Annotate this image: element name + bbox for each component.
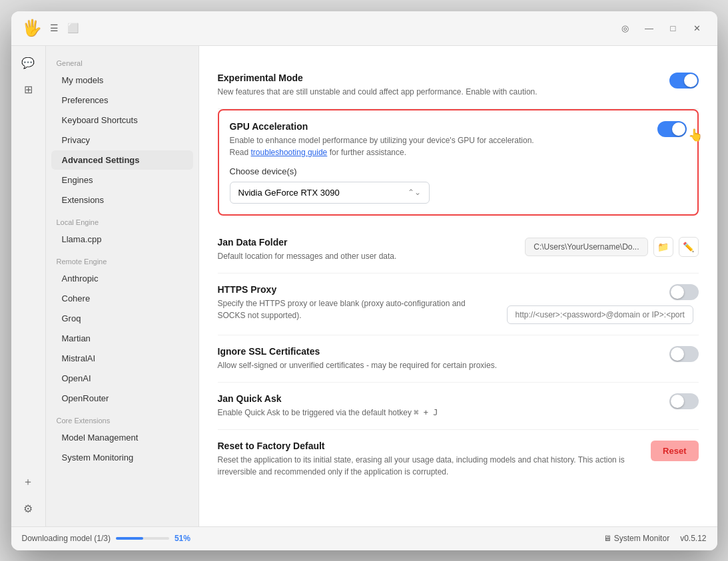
experimental-mode-desc: New features that are still unstable and…	[218, 86, 656, 98]
device-select-value: Nvidia GeForce RTX 3090	[238, 188, 340, 198]
sidebar-item-engines[interactable]: Engines	[51, 170, 193, 190]
jan-data-folder-title: Jan Data Folder	[218, 237, 512, 248]
sidebar-item-system-monitoring[interactable]: System Monitoring	[51, 448, 193, 467]
https-proxy-info: HTTPS Proxy Specify the HTTPS proxy or l…	[218, 284, 507, 321]
experimental-mode-toggle[interactable]	[669, 73, 699, 89]
sidebar-item-anthropic[interactable]: Anthropic	[51, 269, 193, 288]
add-icon[interactable]: ＋	[16, 470, 40, 494]
menu-icon[interactable]: ☰	[49, 22, 61, 34]
open-folder-button[interactable]: 📁	[653, 237, 673, 257]
gpu-acceleration-info: GPU Acceleration Enable to enhance model…	[230, 121, 657, 158]
jan-quick-ask-toggle-knob	[671, 395, 684, 408]
sidebar-item-mistralai[interactable]: MistralAI	[51, 349, 193, 368]
progress-bar	[116, 537, 169, 540]
https-proxy-row: HTTPS Proxy Specify the HTTPS proxy or l…	[218, 274, 699, 335]
palette-icon[interactable]: ◎	[616, 19, 635, 37]
reset-factory-desc: Reset the application to its initial sta…	[218, 454, 638, 478]
monitor-icon: 🖥	[603, 534, 611, 543]
https-proxy-toggle-knob	[671, 285, 684, 299]
jan-data-folder-desc: Default location for messages and other …	[218, 250, 512, 262]
left-icon-strip: 💬 ⊞ ＋ ⚙	[11, 46, 46, 526]
system-monitor-link[interactable]: 🖥 System Monitor	[603, 534, 669, 543]
sidebar-item-privacy[interactable]: Privacy	[51, 130, 193, 150]
sidebar-item-llama-cpp[interactable]: Llama.cpp	[51, 230, 193, 249]
progress-percent: 51%	[175, 534, 190, 543]
app-logo-icon: 🖐️	[22, 19, 42, 37]
choose-device-label: Choose device(s)	[230, 166, 687, 176]
reset-factory-control: Reset	[651, 441, 698, 461]
local-engine-section-label: Local Engine	[46, 210, 198, 229]
https-proxy-toggle[interactable]	[669, 284, 699, 300]
grid-icon[interactable]: ⊞	[16, 78, 40, 102]
app-window: 🖐️ ☰ ⬜ ◎ — □ ✕ 💬 ⊞ ＋ ⚙ General My	[11, 11, 717, 550]
sidebar-item-keyboard-shortcuts[interactable]: Keyboard Shortcuts	[51, 110, 193, 130]
jan-quick-ask-desc: Enable Quick Ask to be triggered via the…	[218, 407, 656, 419]
progress-bar-fill	[116, 537, 143, 540]
core-extensions-section-label: Core Extensions	[46, 409, 198, 427]
jan-data-folder-info: Jan Data Folder Default location for mes…	[218, 237, 526, 262]
sidebar-item-extensions[interactable]: Extensions	[51, 190, 193, 210]
jan-quick-ask-toggle[interactable]	[669, 393, 699, 409]
settings-icon[interactable]: ⚙	[16, 497, 40, 521]
jan-quick-ask-info: Jan Quick Ask Enable Quick Ask to be tri…	[218, 393, 669, 419]
sidebar-item-my-models[interactable]: My models	[51, 71, 193, 90]
reset-factory-button[interactable]: Reset	[651, 441, 698, 461]
https-proxy-title: HTTPS Proxy	[218, 284, 494, 295]
choose-device-section: Choose device(s) Nvidia GeForce RTX 3090…	[230, 166, 687, 204]
gpu-header-row: GPU Acceleration Enable to enhance model…	[230, 121, 687, 158]
general-section-label: General	[46, 51, 198, 70]
ignore-ssl-title: Ignore SSL Certificates	[218, 346, 656, 357]
gpu-acceleration-desc: Enable to enhance model performance by u…	[230, 134, 644, 158]
jan-data-folder-control: C:\Users\YourUsername\Do... 📁 ✏️	[525, 237, 698, 257]
sidebar-item-groq[interactable]: Groq	[51, 309, 193, 328]
version-label: v0.5.12	[680, 534, 706, 543]
back-icon[interactable]: ⬜	[67, 22, 79, 34]
jan-data-folder-row: Jan Data Folder Default location for mes…	[218, 226, 699, 274]
reset-factory-info: Reset to Factory Default Reset the appli…	[218, 441, 651, 478]
statusbar-right: 🖥 System Monitor v0.5.12	[603, 534, 707, 543]
experimental-mode-info: Experimental Mode New features that are …	[218, 73, 669, 98]
ignore-ssl-info: Ignore SSL Certificates Allow self-signe…	[218, 346, 669, 371]
sidebar-nav: General My models Preferences Keyboard S…	[46, 46, 198, 526]
experimental-mode-title: Experimental Mode	[218, 73, 656, 83]
https-proxy-desc: Specify the HTTPS proxy or leave blank (…	[218, 297, 494, 321]
sidebar-item-openrouter[interactable]: OpenRouter	[51, 389, 193, 408]
minimize-button[interactable]: —	[640, 19, 659, 37]
experimental-mode-row: Experimental Mode New features that are …	[218, 62, 699, 109]
gpu-acceleration-control	[657, 121, 687, 137]
experimental-mode-control	[669, 73, 699, 89]
edit-path-button[interactable]: ✏️	[679, 237, 699, 257]
main-content: 💬 ⊞ ＋ ⚙ General My models Preferences Ke…	[11, 46, 717, 526]
remote-engine-section-label: Remote Engine	[46, 250, 198, 268]
sidebar-item-openai[interactable]: OpenAI	[51, 369, 193, 388]
reset-factory-title: Reset to Factory Default	[218, 441, 638, 451]
download-info: Downloading model (1/3) 51%	[22, 534, 190, 543]
proxy-input[interactable]	[507, 305, 693, 324]
https-proxy-control	[507, 284, 699, 324]
jan-quick-ask-title: Jan Quick Ask	[218, 393, 656, 404]
sidebar-item-model-management[interactable]: Model Management	[51, 428, 193, 447]
jan-quick-ask-control	[669, 393, 699, 409]
ignore-ssl-desc: Allow self-signed or unverified certific…	[218, 359, 656, 371]
sidebar-item-cohere[interactable]: Cohere	[51, 289, 193, 308]
ignore-ssl-row: Ignore SSL Certificates Allow self-signe…	[218, 335, 699, 383]
download-text: Downloading model (1/3)	[22, 534, 111, 543]
experimental-mode-toggle-knob	[684, 74, 697, 87]
maximize-button[interactable]: □	[664, 19, 683, 37]
ignore-ssl-control	[669, 346, 699, 362]
system-monitor-label: System Monitor	[614, 534, 669, 543]
titlebar: 🖐️ ☰ ⬜ ◎ — □ ✕	[11, 11, 717, 46]
device-select[interactable]: Nvidia GeForce RTX 3090 ⌃⌄	[230, 182, 430, 204]
troubleshooting-link[interactable]: troubleshooting guide	[251, 148, 328, 157]
ignore-ssl-toggle[interactable]	[669, 346, 699, 362]
chat-icon[interactable]: 💬	[16, 51, 40, 75]
gpu-acceleration-toggle-knob	[672, 122, 685, 136]
chevron-updown-icon: ⌃⌄	[408, 188, 421, 197]
gpu-acceleration-toggle[interactable]	[657, 121, 687, 137]
statusbar: Downloading model (1/3) 51% 🖥 System Mon…	[11, 526, 717, 550]
close-button[interactable]: ✕	[688, 19, 707, 37]
sidebar-item-martian[interactable]: Martian	[51, 329, 193, 348]
sidebar-item-preferences[interactable]: Preferences	[51, 91, 193, 110]
sidebar-item-advanced-settings[interactable]: Advanced Settings	[51, 150, 193, 170]
jan-quick-ask-row: Jan Quick Ask Enable Quick Ask to be tri…	[218, 383, 699, 430]
